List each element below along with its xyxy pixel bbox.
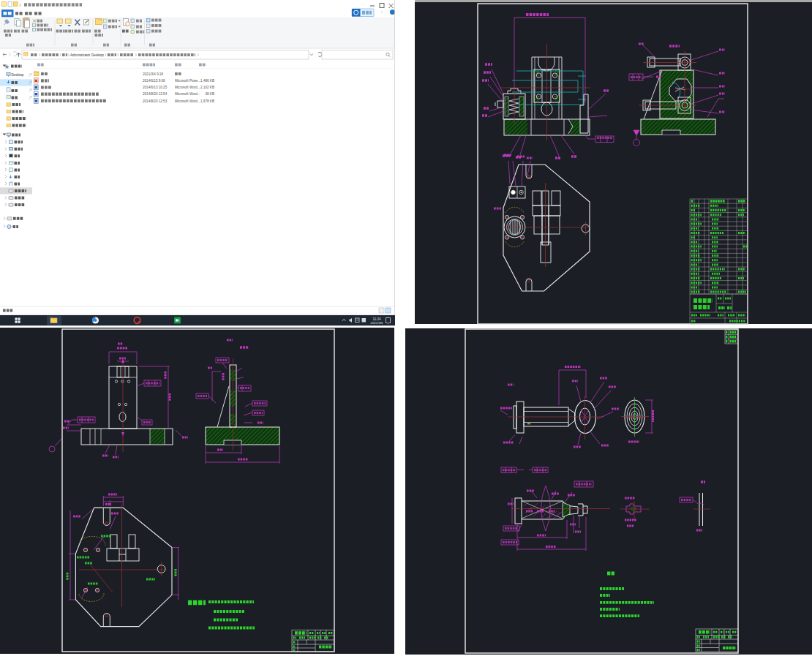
svg-text:2014/8/20 12:53: 2014/8/20 12:53 [143, 99, 168, 103]
svg-text:2021/3/4 9:18: 2021/3/4 9:18 [143, 72, 164, 76]
svg-text:1,486 KB: 1,486 KB [200, 79, 214, 83]
svg-text:2014/6/15 9:08: 2014/6/15 9:08 [143, 79, 165, 83]
svg-text:Microsoft Word...: Microsoft Word... [175, 86, 200, 89]
svg-text:Microsoft Powe...: Microsoft Powe... [175, 79, 200, 83]
svg-text:38 KB: 38 KB [205, 92, 214, 96]
svg-text:2,102 KB: 2,102 KB [200, 86, 214, 89]
svg-text:2021/3/5: 2021/3/5 [370, 321, 383, 325]
svg-text:1,678 KB: 1,678 KB [200, 99, 214, 103]
svg-text:Microsoft Word...: Microsoft Word... [175, 99, 200, 103]
svg-text:Desktop: Desktop [91, 53, 104, 57]
svg-text:Desktop: Desktop [12, 73, 24, 77]
svg-text:2014/6/13 10:25: 2014/6/13 10:25 [143, 86, 168, 89]
svg-text:Administrator: Administrator [70, 53, 91, 57]
svg-text:11:24: 11:24 [372, 317, 381, 321]
svg-text:2014/8/20 12:54: 2014/8/20 12:54 [143, 92, 168, 96]
svg-text:Microsoft Word...: Microsoft Word... [175, 92, 200, 96]
